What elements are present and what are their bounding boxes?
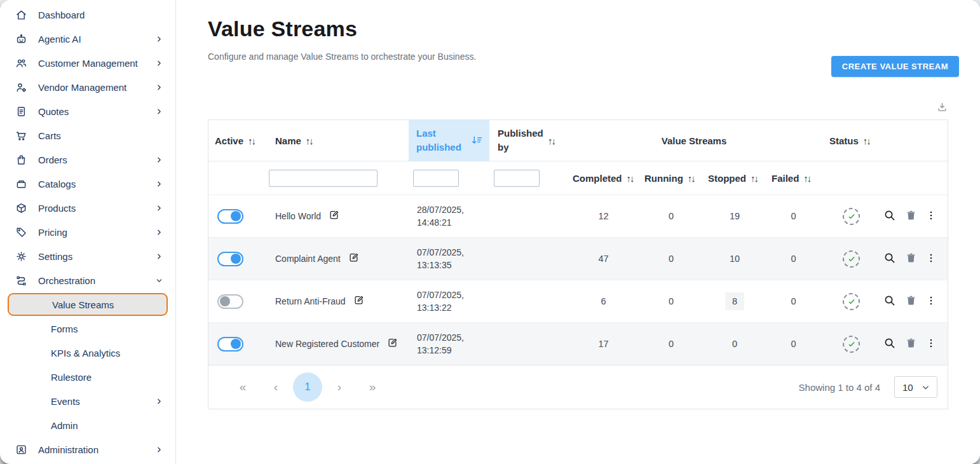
status-ok-icon — [840, 205, 862, 227]
last-published-filter-input[interactable] — [413, 170, 459, 187]
completed-count: 6 — [601, 296, 606, 306]
sidebar-item-label: Catalogs — [38, 179, 145, 189]
last-page-button[interactable]: » — [356, 380, 389, 394]
sidebar-subitem-label: Rulestore — [51, 372, 155, 383]
sort-icon: ↑↓ — [248, 135, 256, 146]
sidebar-subitem-kpis-analytics[interactable]: KPIs & Analytics — [0, 341, 175, 365]
page-size-select[interactable]: 10 — [894, 376, 937, 398]
sidebar-item-agentic-ai[interactable]: Agentic AI — [0, 27, 175, 51]
column-header-completed[interactable]: Completed ↑↓ — [568, 173, 639, 184]
people-icon — [14, 56, 28, 70]
last-published-value: 07/07/2025, 13:13:22 — [417, 289, 489, 315]
person-gear-icon — [14, 80, 28, 94]
column-header-failed[interactable]: Failed ↑↓ — [766, 173, 820, 184]
stopped-count: 19 — [730, 211, 740, 221]
sidebar-item-label: Pricing — [38, 227, 145, 238]
sidebar-subitem-events[interactable]: Events — [0, 389, 175, 413]
column-header-status[interactable]: Status ↑↓ — [820, 120, 882, 161]
sidebar-item-administration[interactable]: Administration — [0, 437, 175, 461]
create-value-stream-button[interactable]: CREATE VALUE STREAM — [831, 56, 959, 77]
sidebar-item-vendor-management[interactable]: Vendor Management — [0, 75, 175, 99]
sidebar-item-quotes[interactable]: Quotes — [0, 99, 175, 123]
active-toggle[interactable] — [217, 209, 243, 224]
sidebar-item-pricing[interactable]: Pricing — [0, 220, 175, 244]
edit-icon[interactable] — [353, 294, 365, 308]
chevron-right-icon — [155, 228, 164, 236]
chevron-right-icon — [155, 445, 164, 454]
column-header-published-by[interactable]: Published by ↑↓ — [489, 120, 568, 161]
sort-icon: ↑↓ — [751, 173, 759, 184]
value-stream-name: New Registered Customer — [275, 339, 379, 349]
tag-icon — [14, 225, 28, 239]
failed-count: 0 — [791, 254, 796, 264]
app-window: DashboardAgentic AICustomer ManagementVe… — [0, 0, 980, 464]
published-by-filter-input[interactable] — [494, 170, 540, 187]
sidebar-item-label: Vendor Management — [38, 82, 145, 93]
sidebar-item-orchestration[interactable]: Orchestration — [0, 268, 175, 292]
sidebar: DashboardAgentic AICustomer ManagementVe… — [0, 0, 176, 464]
trash-icon[interactable] — [905, 209, 917, 223]
failed-count: 0 — [791, 296, 796, 306]
trash-icon[interactable] — [905, 252, 917, 266]
name-filter-input[interactable] — [269, 170, 378, 187]
edit-icon[interactable] — [386, 337, 398, 351]
search-icon[interactable] — [883, 251, 897, 267]
active-toggle[interactable] — [217, 294, 243, 309]
page-number-button[interactable]: 1 — [293, 372, 322, 402]
sidebar-subitem-admin[interactable]: Admin — [0, 413, 175, 437]
column-header-name[interactable]: Name ↑↓ — [269, 120, 409, 161]
chevron-right-icon — [155, 252, 164, 261]
home-icon — [14, 8, 28, 22]
sidebar-subitem-value-streams[interactable]: Value Streams — [8, 293, 168, 316]
value-streams-table: Active ↑↓ Name ↑↓ Last published Publish… — [208, 119, 948, 409]
sidebar-item-catalogs[interactable]: Catalogs — [0, 172, 175, 196]
download-icon[interactable] — [936, 101, 948, 116]
chevron-down-icon — [155, 276, 164, 285]
kebab-menu-icon[interactable] — [925, 252, 937, 266]
trash-icon[interactable] — [905, 337, 917, 351]
kebab-menu-icon[interactable] — [925, 338, 937, 351]
column-header-last-published[interactable]: Last published — [409, 120, 489, 161]
sort-icon: ↑↓ — [548, 135, 556, 146]
search-icon[interactable] — [883, 208, 897, 224]
trash-icon[interactable] — [905, 294, 917, 308]
sidebar-item-label: Orders — [38, 154, 145, 165]
last-published-value: 07/07/2025, 13:12:59 — [417, 331, 489, 357]
admin-badge-icon — [14, 442, 28, 456]
column-header-running[interactable]: Running ↑↓ — [639, 173, 703, 184]
table-body: Hello World28/07/2025, 14:48:21120190Com… — [208, 194, 948, 365]
first-page-button[interactable]: « — [226, 380, 259, 394]
previous-page-button[interactable]: ‹ — [259, 380, 292, 394]
sidebar-item-orders[interactable]: Orders — [0, 147, 175, 172]
running-count: 0 — [669, 339, 674, 349]
last-published-value: 07/07/2025, 13:13:35 — [417, 246, 489, 272]
column-header-stopped[interactable]: Stopped ↑↓ — [703, 173, 766, 184]
status-ok-icon — [840, 290, 862, 312]
sort-icon: ↑↓ — [627, 173, 635, 184]
table-row: Hello World28/07/2025, 14:48:21120190 — [208, 194, 948, 237]
kebab-menu-icon[interactable] — [925, 295, 937, 308]
sidebar-item-customer-management[interactable]: Customer Management — [0, 51, 175, 75]
sidebar-item-label: Settings — [38, 251, 145, 262]
sidebar-item-dashboard[interactable]: Dashboard — [0, 3, 175, 27]
edit-icon[interactable] — [328, 209, 340, 223]
edit-icon[interactable] — [348, 252, 360, 266]
sidebar-subitem-forms[interactable]: Forms — [0, 317, 175, 341]
sidebar-item-products[interactable]: Products — [0, 196, 175, 220]
sidebar-subitem-rulestore[interactable]: Rulestore — [0, 365, 175, 389]
next-page-button[interactable]: › — [323, 380, 356, 394]
column-header-active[interactable]: Active ↑↓ — [208, 120, 269, 161]
status-ok-icon — [840, 333, 862, 355]
completed-count: 17 — [598, 339, 608, 349]
search-icon[interactable] — [883, 336, 897, 352]
table-header-row: Active ↑↓ Name ↑↓ Last published Publish… — [208, 120, 948, 161]
active-toggle[interactable] — [217, 337, 243, 351]
sidebar-item-settings[interactable]: Settings — [0, 244, 175, 268]
column-group-value-streams: Value Streams — [568, 120, 820, 161]
active-toggle[interactable] — [217, 252, 243, 266]
stopped-count: 0 — [732, 339, 737, 349]
search-icon[interactable] — [883, 294, 897, 310]
kebab-menu-icon[interactable] — [925, 210, 937, 223]
value-stream-name: Return Anti-Fraud — [275, 296, 346, 306]
sidebar-item-carts[interactable]: Carts — [0, 123, 175, 147]
